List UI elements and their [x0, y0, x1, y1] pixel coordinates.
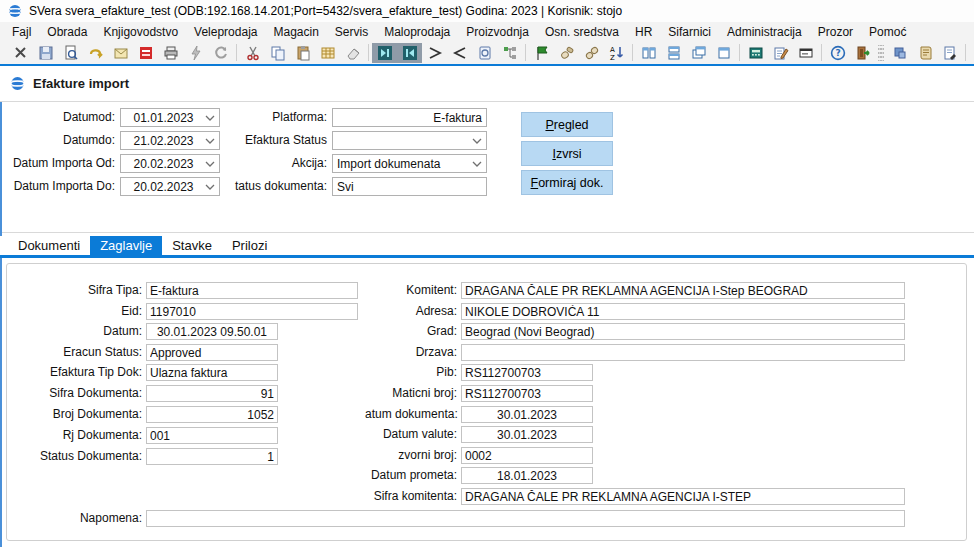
detail-row: Broj Dokumenta: 1052 — [7, 406, 278, 423]
tab-dokumenti[interactable]: Dokumenti — [8, 236, 90, 255]
menu-osn-sredstva[interactable]: Osn. sredstva — [537, 23, 627, 41]
datum-valute-field[interactable]: 30.01.2023 — [461, 426, 593, 443]
datum-field[interactable]: 30.01.2023 09.50.01 — [146, 323, 278, 340]
export-doc-icon[interactable] — [937, 43, 962, 63]
chevron-down-icon — [205, 115, 215, 121]
toolbar-separator — [821, 44, 822, 61]
sort-az-icon[interactable]: AZ — [604, 43, 629, 63]
rj-dokumenta-field[interactable]: 001 — [146, 427, 278, 444]
database-icon[interactable] — [969, 43, 974, 63]
efaktura-tip-dok-field[interactable]: Ulazna faktura — [146, 364, 278, 381]
bookmark-icon[interactable] — [887, 43, 912, 63]
eid-field[interactable]: 1197010 — [146, 303, 358, 320]
eraser-icon[interactable] — [340, 43, 365, 63]
status-dokumenta-field[interactable]: Svi — [332, 177, 487, 196]
pib-field[interactable]: RS112700703 — [461, 364, 593, 381]
exit-icon[interactable] — [850, 43, 875, 63]
menu-hr[interactable]: HR — [627, 23, 660, 41]
paste-icon[interactable] — [290, 43, 315, 63]
datumdo-dropdown[interactable]: 21.02.2023 — [120, 131, 220, 150]
menu-fajl[interactable]: Fajl — [4, 23, 39, 41]
maticni-broj-field[interactable]: RS112700703 — [461, 385, 593, 402]
toolbar-separator — [965, 44, 966, 61]
save-icon[interactable] — [33, 43, 58, 63]
platforma-field[interactable]: E-faktura — [332, 108, 487, 127]
page-header: Efakture import — [0, 66, 974, 102]
status-dokumenta-detail-field[interactable]: 1 — [146, 448, 278, 465]
izvorni-broj-field[interactable]: 0002 — [461, 447, 593, 464]
menu-servis[interactable]: Servis — [327, 23, 376, 41]
cascade-icon[interactable] — [686, 43, 711, 63]
broj-dokumenta-label: Broj Dokumenta: — [7, 406, 146, 423]
sifra-dokumenta-field[interactable]: 91 — [146, 385, 278, 402]
formiraj-dok-button[interactable]: Formiraj dok. — [521, 170, 613, 195]
window-title: SVera svera_efakture_test (ODB:192.168.1… — [29, 4, 622, 18]
printer-icon[interactable] — [158, 43, 183, 63]
mail-icon[interactable] — [108, 43, 133, 63]
table-icon[interactable] — [315, 43, 340, 63]
less-icon[interactable] — [447, 43, 472, 63]
adresa-field[interactable]: NIKOLE DOBROVIĆA 11 — [461, 303, 905, 320]
tile-horizontal-icon[interactable] — [661, 43, 686, 63]
zoom-doc-icon[interactable] — [472, 43, 497, 63]
hierarchy-icon[interactable] — [497, 43, 522, 63]
search-next-icon[interactable] — [579, 43, 604, 63]
menu-sifarnici[interactable]: Sifarnici — [660, 23, 719, 41]
undo-icon[interactable] — [83, 43, 108, 63]
flag-icon[interactable] — [529, 43, 554, 63]
nav-prev-icon[interactable] — [397, 43, 422, 63]
menu-prozor[interactable]: Prozor — [810, 23, 861, 41]
menu-administracija[interactable]: Administracija — [719, 23, 810, 41]
message-icon[interactable] — [793, 43, 818, 63]
edit-note-icon[interactable] — [768, 43, 793, 63]
datum-dokumenta-field[interactable]: 30.01.2023 — [461, 406, 593, 423]
menu-maloprodaja[interactable]: Maloprodaja — [376, 23, 458, 41]
print-preview-icon[interactable] — [58, 43, 83, 63]
window-icon[interactable] — [711, 43, 736, 63]
sifra-dokumenta-label: Sifra Dokumenta: — [7, 385, 146, 402]
search-icon[interactable] — [554, 43, 579, 63]
grad-field[interactable]: Beograd (Novi Beograd) — [461, 323, 905, 340]
eracun-status-field[interactable]: Approved — [146, 344, 278, 361]
nav-next-icon[interactable] — [372, 43, 397, 63]
journal-icon[interactable] — [912, 43, 937, 63]
lightning-icon[interactable] — [183, 43, 208, 63]
datum-importa-od-dropdown[interactable]: 20.02.2023 — [120, 154, 220, 173]
refresh-icon[interactable] — [208, 43, 233, 63]
menu-proizvodnja[interactable]: Proizvodnja — [458, 23, 537, 41]
menu-veleprodaja[interactable]: Veleprodaja — [186, 23, 265, 41]
menu-knjigovodstvo[interactable]: Knjigovodstvo — [95, 23, 186, 41]
akcija-dropdown[interactable]: Import dokumenata — [332, 154, 487, 173]
pdf-export-icon[interactable] — [133, 43, 158, 63]
datumod-dropdown[interactable]: 01.01.2023 — [120, 108, 220, 127]
toolbar-right-group — [875, 43, 974, 63]
toolbar-separator — [368, 44, 369, 61]
napomena-field[interactable] — [146, 510, 905, 527]
help-icon[interactable]: ? — [825, 43, 850, 63]
datum-valute-label: Datum valute: — [365, 426, 461, 443]
detail-row: zvorni broj: 0002 — [365, 447, 593, 464]
calculator-icon[interactable] — [743, 43, 768, 63]
cut-icon[interactable] — [240, 43, 265, 63]
broj-dokumenta-field[interactable]: 1052 — [146, 406, 278, 423]
tab-zaglavlje[interactable]: Zaglavlje — [90, 236, 162, 255]
menu-obrada[interactable]: Obrada — [39, 23, 95, 41]
izvrsi-button[interactable]: Izvrsi — [521, 141, 613, 166]
menu-magacin[interactable]: Magacin — [265, 23, 326, 41]
sifra-komitenta-field[interactable]: DRAGANA ČALE PR REKLAMNA AGENCIJA I-STEP — [461, 488, 905, 505]
sifra-tipa-field[interactable]: E-faktura — [146, 282, 358, 299]
toolbar-grip[interactable] — [878, 45, 884, 61]
tile-vertical-icon[interactable] — [636, 43, 661, 63]
copy-icon[interactable] — [265, 43, 290, 63]
greater-icon[interactable] — [422, 43, 447, 63]
pregled-button[interactable]: Pregled — [521, 112, 613, 137]
datum-prometa-field[interactable]: 18.01.2023 — [461, 467, 593, 484]
close-icon[interactable] — [8, 43, 33, 63]
tab-stavke[interactable]: Stavke — [162, 236, 222, 255]
drzava-field[interactable] — [461, 344, 905, 361]
tab-prilozi[interactable]: Prilozi — [222, 236, 277, 255]
menu-pomoc[interactable]: Pomoć — [861, 23, 914, 41]
datum-importa-do-dropdown[interactable]: 20.02.2023 — [120, 177, 220, 196]
efaktura-status-dropdown[interactable] — [332, 131, 487, 150]
komitent-field[interactable]: DRAGANA ČALE PR REKLAMNA AGENCIJA I-Step… — [461, 282, 905, 299]
